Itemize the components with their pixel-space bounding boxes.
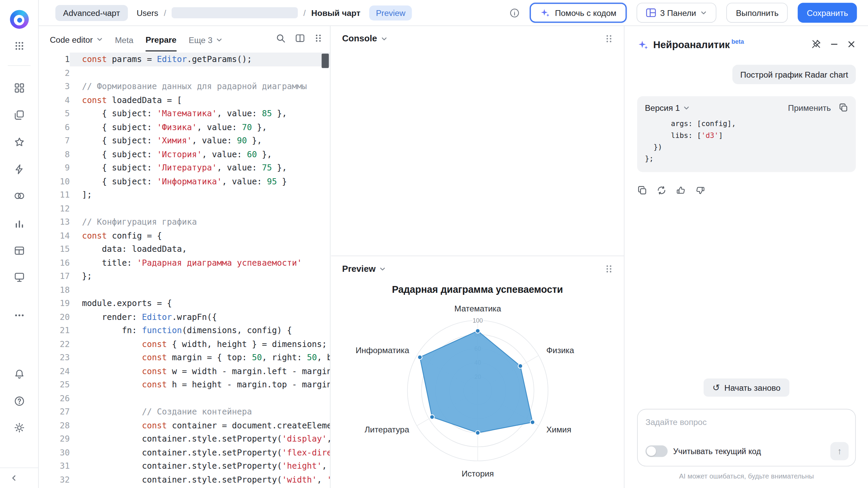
- code-line[interactable]: 8 { subject: 'История', value: 60 },: [39, 147, 330, 161]
- drag-handle-icon[interactable]: [314, 33, 322, 45]
- code-line[interactable]: 5 { subject: 'Математика', value: 85 },: [39, 107, 330, 120]
- more-items-icon[interactable]: [0, 306, 38, 325]
- save-button[interactable]: Сохранить: [798, 3, 857, 23]
- favorites-star-icon[interactable]: [0, 133, 38, 152]
- notifications-bell-icon[interactable]: [0, 365, 38, 384]
- copy-icon[interactable]: [637, 185, 647, 198]
- help-icon[interactable]: [0, 392, 38, 411]
- context-toggle[interactable]: [646, 445, 668, 457]
- svg-text:Математика: Математика: [454, 304, 501, 313]
- code-line[interactable]: 11];: [39, 188, 330, 202]
- code-line[interactable]: 13// Конфигурация графика: [39, 215, 330, 229]
- send-button[interactable]: ↑: [830, 442, 849, 460]
- collapse-sidebar-icon[interactable]: [10, 474, 18, 482]
- code-line[interactable]: 1const params = Editor.getParams();: [39, 53, 330, 66]
- copy-icon[interactable]: [839, 103, 848, 113]
- code-editor[interactable]: 1const params = Editor.getParams();23// …: [39, 53, 330, 488]
- dashboards-icon[interactable]: [0, 79, 38, 98]
- tab-prepare[interactable]: Prepare: [145, 27, 176, 51]
- panels-button[interactable]: 3 Панели: [636, 3, 717, 23]
- apps-grid-icon[interactable]: [0, 37, 38, 56]
- user-message-row: Построй график Radar chart: [637, 65, 856, 84]
- code-line[interactable]: 22 const { width, height } = dimensions;: [39, 337, 330, 351]
- thumbs-down-icon[interactable]: [695, 185, 705, 198]
- run-button[interactable]: Выполнить: [727, 3, 788, 23]
- code-line[interactable]: 10 { subject: 'Информатика', value: 95 }: [39, 175, 330, 188]
- code-line[interactable]: 24 const w = width - margin.left - margi…: [39, 364, 330, 378]
- code-line[interactable]: 3// Формирование данных для радарной диа…: [39, 80, 330, 93]
- collections-icon[interactable]: [0, 106, 38, 125]
- editor-tabbar: Code editor Meta Prepare Еще 3: [39, 26, 330, 53]
- preview-badge[interactable]: Preview: [369, 5, 412, 20]
- code-line[interactable]: 21 fn: function(dimensions, config) {: [39, 324, 330, 337]
- preview-header: Preview: [331, 256, 624, 282]
- assistant-response-block: Версия 1 Применить args: [config], libs:…: [637, 96, 856, 172]
- console-title-label: Console: [342, 34, 377, 44]
- code-line[interactable]: 28 const container = document.createElem…: [39, 419, 330, 432]
- code-line[interactable]: 4const loadedData = [: [39, 93, 330, 107]
- connections-bolt-icon[interactable]: [0, 160, 38, 179]
- regenerate-icon[interactable]: [656, 185, 666, 198]
- code-line[interactable]: 15 data: loadedData,: [39, 242, 330, 256]
- restart-button[interactable]: ↺ Начать заново: [704, 379, 789, 397]
- code-line[interactable]: 2: [39, 66, 330, 80]
- split-view-icon[interactable]: [295, 33, 305, 45]
- question-box: Учитывать текущий код ↑: [637, 409, 856, 467]
- tab-meta[interactable]: Meta: [115, 28, 133, 50]
- code-line[interactable]: 7 { subject: 'Химия', value: 90 },: [39, 134, 330, 147]
- search-icon[interactable]: [276, 33, 285, 45]
- code-line[interactable]: 16 title: 'Радарная диаграмма успеваемос…: [39, 256, 330, 269]
- code-line[interactable]: 32 container.style.setProperty('width', …: [39, 473, 330, 486]
- datasets-icon[interactable]: [0, 186, 38, 205]
- code-line[interactable]: 29 container.style.setProperty('display'…: [39, 432, 330, 446]
- charts-icon[interactable]: [0, 214, 38, 233]
- drag-handle-icon[interactable]: [605, 264, 613, 274]
- minimize-icon[interactable]: [830, 40, 839, 51]
- apply-button[interactable]: Применить: [788, 103, 831, 113]
- code-line[interactable]: 30 container.style.setProperty('flex-dir…: [39, 446, 330, 459]
- version-select[interactable]: Версия 1: [645, 103, 690, 113]
- tab-more[interactable]: Еще 3: [189, 28, 222, 50]
- tables-icon[interactable]: [0, 241, 38, 260]
- console-title[interactable]: Console: [342, 34, 388, 44]
- preview-title[interactable]: Preview: [342, 264, 386, 274]
- info-icon[interactable]: [510, 7, 520, 18]
- unpin-icon[interactable]: [811, 39, 822, 52]
- assistant-code[interactable]: args: [config], libs: ['d3'] })};: [645, 118, 848, 164]
- code-editor-panel: Code editor Meta Prepare Еще 3 1const pa…: [39, 26, 330, 488]
- settings-gear-icon[interactable]: [0, 418, 38, 437]
- svg-text:Литература: Литература: [364, 425, 409, 434]
- ai-disclaimer: AI может ошибаться, будьте внимательны: [637, 472, 856, 480]
- question-input[interactable]: [646, 416, 849, 428]
- code-line[interactable]: 20 render: Editor.wrapFn({: [39, 310, 330, 324]
- breadcrumb-root[interactable]: Users: [137, 8, 158, 18]
- datalens-logo-icon[interactable]: [10, 10, 29, 29]
- presentations-icon[interactable]: [0, 268, 38, 287]
- code-line[interactable]: 25 const h = height - margin.top - margi…: [39, 378, 330, 391]
- close-icon[interactable]: [847, 40, 856, 51]
- code-line[interactable]: 27 // Создание контейнера: [39, 405, 330, 419]
- drag-handle-icon[interactable]: [605, 34, 613, 44]
- assist-code-button[interactable]: Помочь с кодом: [530, 3, 626, 23]
- editor-mode-select[interactable]: Code editor: [50, 35, 103, 44]
- code-line[interactable]: 26: [39, 391, 330, 405]
- thumbs-up-icon[interactable]: [676, 185, 686, 198]
- app: Advanced-чарт Users / / Новый чарт Previ…: [0, 0, 868, 488]
- code-line[interactable]: 6 { subject: 'Физика', value: 70 },: [39, 120, 330, 134]
- panels-icon: [646, 8, 656, 17]
- code-line[interactable]: 9 { subject: 'Литература', value: 75 },: [39, 161, 330, 175]
- code-line[interactable]: 19module.exports = {: [39, 297, 330, 310]
- code-line[interactable]: 12: [39, 202, 330, 215]
- radar-chart-wrap: 20406080100МатематикаФизикаХимияИсторияЛ…: [331, 296, 624, 488]
- code-line[interactable]: 31 container.style.setProperty('height',…: [39, 459, 330, 473]
- send-arrow-icon: ↑: [837, 446, 842, 456]
- code-line[interactable]: 17};: [39, 269, 330, 283]
- top-bar: Advanced-чарт Users / / Новый чарт Previ…: [39, 0, 868, 26]
- code-line[interactable]: 14const config = {: [39, 229, 330, 242]
- run-label: Выполнить: [736, 8, 778, 18]
- editor-scrollbar-thumb[interactable]: [322, 54, 329, 68]
- code-line[interactable]: 18: [39, 283, 330, 297]
- breadcrumb-redacted[interactable]: [172, 7, 298, 18]
- chevron-down-icon: [381, 35, 388, 42]
- code-line[interactable]: 23 const margin = { top: 50, right: 50, …: [39, 351, 330, 364]
